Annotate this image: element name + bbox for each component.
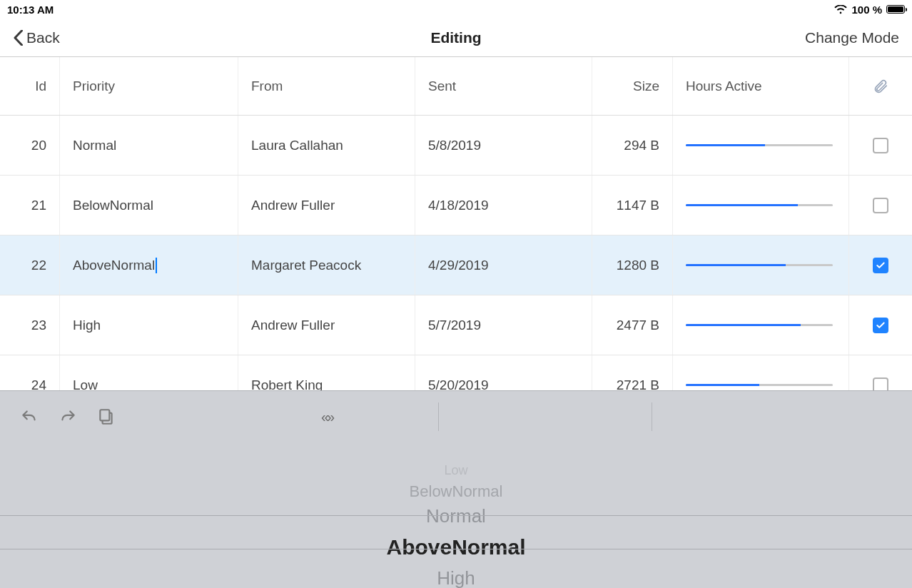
picker-option[interactable]: High [437,565,475,588]
wifi-icon [834,5,847,14]
cell-attachment[interactable] [849,235,912,295]
priority-picker[interactable]: LowBelowNormalNormalAboveNormalHigh [0,461,912,588]
cell-attachment[interactable] [849,295,912,355]
col-header-hours[interactable]: Hours Active [673,57,849,115]
cell-attachment[interactable] [849,116,912,175]
col-header-attach[interactable] [849,57,912,115]
cell-hours-active[interactable] [673,176,849,235]
status-right: 100 % [834,4,905,16]
cell-from[interactable]: Margaret Peacock [238,235,415,295]
attachment-checkbox[interactable] [873,318,888,333]
back-button[interactable]: Back [13,29,60,46]
attachment-checkbox[interactable] [873,258,888,273]
grid-header-row: Id Priority From Sent Size Hours Active [0,57,912,116]
data-grid: Id Priority From Sent Size Hours Active … [0,57,912,415]
back-label: Back [26,29,60,46]
paperclip-icon [873,78,888,94]
cell-size[interactable]: 2477 B [592,295,673,355]
toolbar-separator [438,402,439,431]
cell-id[interactable]: 22 [0,235,60,295]
progress-bar [686,384,833,386]
status-bar: 10:13 AM 100 % [0,0,912,19]
status-time: 10:13 AM [7,4,54,16]
cell-from[interactable]: Andrew Fuller [238,176,415,235]
cell-size[interactable]: 294 B [592,116,673,175]
col-header-priority[interactable]: Priority [60,57,238,115]
cell-id[interactable]: 20 [0,116,60,175]
cell-from[interactable]: Andrew Fuller [238,295,415,355]
progress-bar [686,324,833,326]
table-row[interactable]: 20NormalLaura Callahan5/8/2019294 B [0,116,912,176]
cell-size[interactable]: 1147 B [592,176,673,235]
cell-priority[interactable]: High [60,295,238,355]
picker-option[interactable]: Low [444,461,467,480]
nav-bar: Back Editing Change Mode [0,19,912,57]
keyboard-toolbar: «» [0,391,912,442]
col-header-sent[interactable]: Sent [415,57,592,115]
progress-bar [686,144,833,146]
battery-icon [886,5,905,14]
attachment-checkbox[interactable] [873,198,888,213]
field-nav-arrows[interactable]: «» [321,409,333,425]
cell-hours-active[interactable] [673,235,849,295]
cell-priority[interactable]: Normal [60,116,238,175]
keyboard-panel: «» LowBelowNormalNormalAboveNormalHigh [0,390,912,588]
battery-text: 100 % [851,4,882,16]
change-mode-button[interactable]: Change Mode [805,29,899,46]
toolbar-separator [652,402,652,431]
cell-id[interactable]: 21 [0,176,60,235]
picker-option[interactable]: AboveNormal [386,529,525,565]
cell-hours-active[interactable] [673,295,849,355]
clipboard-icon[interactable] [97,407,116,426]
picker-option[interactable]: BelowNormal [410,480,503,503]
progress-bar [686,264,833,266]
picker-option[interactable]: Normal [426,503,486,529]
col-header-size[interactable]: Size [592,57,673,115]
col-header-id[interactable]: Id [0,57,60,115]
progress-bar [686,204,833,206]
cell-id[interactable]: 23 [0,295,60,355]
col-header-from[interactable]: From [238,57,415,115]
chevron-left-icon [13,30,24,46]
cell-priority[interactable]: BelowNormal [60,176,238,235]
table-row[interactable]: 23HighAndrew Fuller5/7/20192477 B [0,295,912,355]
redo-icon[interactable] [59,407,77,426]
cell-from[interactable]: Laura Callahan [238,116,415,175]
table-row[interactable]: 22AboveNormalMargaret Peacock4/29/201912… [0,235,912,295]
cell-size[interactable]: 1280 B [592,235,673,295]
text-caret [156,258,157,273]
cell-sent[interactable]: 4/18/2019 [415,176,592,235]
cell-sent[interactable]: 4/29/2019 [415,235,592,295]
cell-priority[interactable]: AboveNormal [60,235,238,295]
cell-attachment[interactable] [849,176,912,235]
attachment-checkbox[interactable] [873,138,888,153]
cell-priority-value: AboveNormal [73,258,155,273]
undo-icon[interactable] [20,407,39,426]
svg-rect-1 [100,410,109,420]
cell-sent[interactable]: 5/7/2019 [415,295,592,355]
page-title: Editing [430,29,481,46]
cell-sent[interactable]: 5/8/2019 [415,116,592,175]
cell-hours-active[interactable] [673,116,849,175]
table-row[interactable]: 21BelowNormalAndrew Fuller4/18/20191147 … [0,176,912,235]
